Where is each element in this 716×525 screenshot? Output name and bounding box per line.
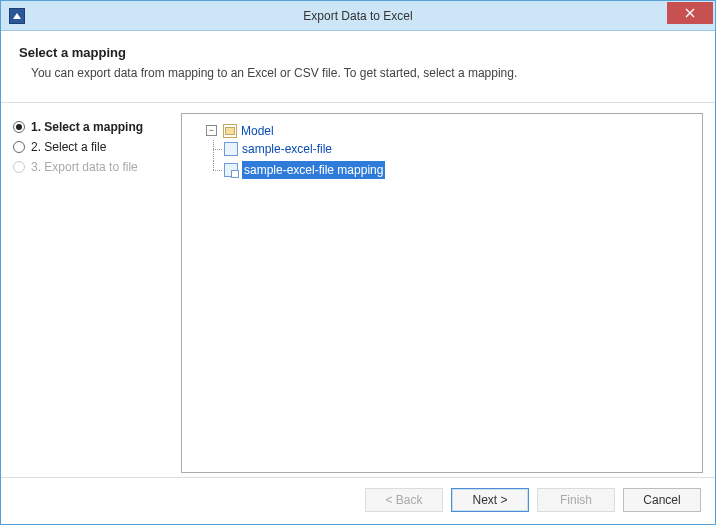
collapse-icon[interactable]: −: [206, 125, 217, 136]
tree-node-root[interactable]: − Model sample-excel-file: [188, 120, 696, 182]
svg-marker-0: [13, 13, 21, 19]
mapping-tree: − Model sample-excel-file: [188, 120, 696, 182]
back-button: < Back: [365, 488, 443, 512]
finish-button: Finish: [537, 488, 615, 512]
radio-icon: [13, 121, 25, 133]
header-subtitle: You can export data from mapping to an E…: [31, 66, 697, 80]
step-label: 2. Select a file: [31, 140, 106, 154]
app-icon: [9, 8, 25, 24]
radio-icon: [13, 161, 25, 173]
close-button[interactable]: [667, 2, 713, 24]
radio-icon: [13, 141, 25, 153]
step-select-file[interactable]: 2. Select a file: [13, 137, 173, 157]
tree-node-label: Model: [241, 122, 274, 140]
tree-node-mapping[interactable]: sample-excel-file mapping: [206, 161, 696, 182]
wizard-footer: < Back Next > Finish Cancel: [1, 477, 715, 524]
wizard-header: Select a mapping You can export data fro…: [1, 31, 715, 103]
wizard-body: 1. Select a mapping 2. Select a file 3. …: [1, 103, 715, 477]
mapping-tree-pane[interactable]: − Model sample-excel-file: [181, 113, 703, 473]
window-title: Export Data to Excel: [1, 9, 715, 23]
titlebar: Export Data to Excel: [1, 1, 715, 31]
step-export-data: 3. Export data to file: [13, 157, 173, 177]
header-title: Select a mapping: [19, 45, 697, 60]
step-select-mapping[interactable]: 1. Select a mapping: [13, 117, 173, 137]
step-label: 3. Export data to file: [31, 160, 138, 174]
step-label: 1. Select a mapping: [31, 120, 143, 134]
folder-icon: [223, 124, 237, 138]
dialog-window: Export Data to Excel Select a mapping Yo…: [0, 0, 716, 525]
tree-node-file[interactable]: sample-excel-file: [206, 140, 696, 161]
cancel-button[interactable]: Cancel: [623, 488, 701, 512]
tree-node-label: sample-excel-file: [242, 140, 332, 158]
next-button[interactable]: Next >: [451, 488, 529, 512]
file-icon: [224, 142, 238, 156]
steps-sidebar: 1. Select a mapping 2. Select a file 3. …: [13, 113, 173, 473]
tree-node-label: sample-excel-file mapping: [242, 161, 385, 179]
mapping-icon: [224, 163, 238, 177]
